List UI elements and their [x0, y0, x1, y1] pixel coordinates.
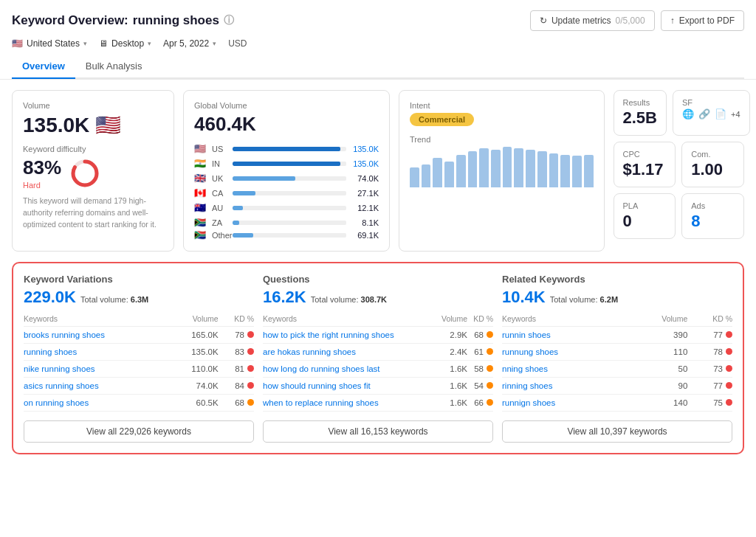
trend-bar — [560, 155, 570, 187]
table-row: how to pick the right running shoes 2.9K… — [263, 327, 493, 344]
volume-cell: 1.6K — [433, 361, 467, 378]
global-volume-card: Global Volume 460.4K 🇺🇸 US 135.0K 🇮🇳 IN … — [183, 90, 390, 252]
country-bar-bg — [233, 162, 346, 166]
flag-icon: 🇺🇸 — [194, 143, 207, 154]
kd-dot — [487, 399, 493, 406]
table-row: are hokas running shoes 2.4K 61 — [263, 344, 493, 361]
tab-bulk-analysis[interactable]: Bulk Analysis — [75, 55, 153, 79]
kd-dot — [247, 331, 254, 338]
country-bar-fill — [233, 176, 295, 181]
link-icon: 🔗 — [698, 108, 710, 119]
keyword-link[interactable]: runnung shoes — [502, 347, 558, 356]
trend-bar — [433, 158, 442, 187]
kd-cell: 78 — [219, 327, 254, 344]
volume-value: 135.0K — [23, 114, 89, 137]
table-row: when to replace running shoes 1.6K 66 — [263, 395, 493, 412]
country-code: UK — [212, 174, 228, 183]
export-pdf-button[interactable]: ↑ Export to PDF — [661, 10, 744, 31]
kd-cell: 73 — [687, 361, 732, 378]
keyword-link[interactable]: nning shoes — [502, 364, 548, 373]
chevron-down-icon: ▾ — [148, 40, 151, 47]
country-row: 🇨🇦 CA 27.1K — [194, 187, 379, 198]
kd-cell: 54 — [467, 378, 493, 395]
kd-cell: 66 — [467, 395, 493, 412]
keyword-link[interactable]: nike running shoes — [24, 364, 95, 373]
trend-bar — [410, 167, 419, 187]
table-row: runnign shoes 140 75 — [502, 395, 732, 412]
pla-card: PLA 0 — [614, 193, 676, 239]
country-bar-bg — [233, 176, 346, 181]
other-value: 69.1K — [351, 231, 379, 240]
table-row: rinning shoes 90 77 — [502, 378, 732, 395]
table-row: how long do running shoes last 1.6K 58 — [263, 361, 493, 378]
kd-cell: 58 — [467, 361, 493, 378]
country-code: ZA — [212, 218, 228, 227]
view-all-rk-button[interactable]: View all 10,397 keywords — [502, 420, 732, 443]
kd-dot — [726, 399, 732, 406]
ads-card: Ads 8 — [681, 193, 744, 239]
kd-dot — [726, 365, 732, 372]
trend-bar — [491, 150, 501, 187]
country-row: 🇦🇺 AU 12.1K — [194, 202, 379, 213]
keyword-variations-section: Keyword Variations 229.0K Total volume: … — [24, 274, 254, 443]
volume-cell: 165.0K — [170, 327, 219, 344]
volume-cell: 1.6K — [433, 378, 467, 395]
volume-cell: 2.9K — [433, 327, 467, 344]
keyword-link[interactable]: how long do running shoes last — [263, 364, 380, 373]
chevron-down-icon: ▾ — [213, 40, 216, 47]
kd-cell: 61 — [467, 344, 493, 361]
keyword-link[interactable]: rinning shoes — [502, 381, 552, 390]
trend-bar — [549, 153, 559, 187]
volume-kd-card: Volume 135.0K 🇺🇸 Keyword difficulty 83% … — [12, 90, 174, 252]
kd-dot — [487, 365, 493, 372]
keyword-link[interactable]: asics running shoes — [24, 381, 99, 390]
table-row: on running shoes 60.5K 68 — [24, 395, 254, 412]
view-all-kv-button[interactable]: View all 229,026 keywords — [24, 420, 254, 443]
table-row: brooks running shoes 165.0K 78 — [24, 327, 254, 344]
keyword-link[interactable]: on running shoes — [24, 398, 89, 407]
kd-cell: 83 — [219, 344, 254, 361]
country-value: 12.1K — [351, 204, 379, 212]
keyword-link[interactable]: runnign shoes — [502, 398, 555, 407]
kd-cell: 68 — [467, 327, 493, 344]
country-bar-fill — [233, 191, 255, 195]
kd-dot — [247, 382, 254, 389]
volume-cell: 2.4K — [433, 344, 467, 361]
country-bar-bg — [233, 206, 346, 210]
country-value: 135.0K — [351, 159, 379, 168]
keyword-link[interactable]: brooks running shoes — [24, 330, 105, 339]
trend-bar — [526, 150, 535, 187]
date-filter[interactable]: Apr 5, 2022 ▾ — [163, 38, 216, 49]
kd-dot — [247, 365, 254, 372]
country-value: 8.1K — [351, 218, 379, 227]
keyword-link[interactable]: runnin shoes — [502, 330, 551, 339]
keyword-link[interactable]: when to replace running shoes — [263, 398, 379, 407]
other-code: Other — [212, 231, 228, 240]
keyword-link[interactable]: running shoes — [24, 347, 77, 356]
kd-cell: 68 — [219, 395, 254, 412]
flag-us-icon: 🇺🇸 — [95, 113, 121, 137]
update-metrics-button[interactable]: ↻ Update metrics 0/5,000 — [530, 10, 655, 31]
keyword-link[interactable]: how to pick the right running shoes — [263, 330, 394, 339]
device-filter[interactable]: 🖥 Desktop ▾ — [99, 38, 151, 49]
globe-icon: 🌐 — [682, 108, 694, 119]
flag-icon: 🇦🇺 — [194, 202, 207, 213]
currency-label: USD — [228, 38, 247, 49]
trend-bar — [584, 155, 594, 187]
keyword-link[interactable]: are hokas running shoes — [263, 347, 356, 356]
tab-overview[interactable]: Overview — [12, 55, 75, 79]
keyword-link[interactable]: how should running shoes fit — [263, 381, 371, 390]
volume-cell: 135.0K — [170, 344, 219, 361]
country-row: 🇿🇦 ZA 8.1K — [194, 217, 379, 228]
chevron-down-icon: ▾ — [83, 40, 87, 47]
sf-card: SF 🌐 🔗 📄 +4 — [673, 90, 750, 136]
flag-icon: 🇮🇳 — [194, 158, 207, 169]
kd-cell: 78 — [687, 344, 732, 361]
country-bar-bg — [233, 191, 346, 195]
trend-bar — [537, 151, 547, 187]
country-filter[interactable]: 🇺🇸 United States ▾ — [12, 38, 87, 49]
view-all-q-button[interactable]: View all 16,153 keywords — [263, 420, 493, 443]
kd-dot — [247, 348, 254, 355]
volume-cell: 74.0K — [170, 378, 219, 395]
com-card: Com. 1.00 — [681, 142, 744, 187]
